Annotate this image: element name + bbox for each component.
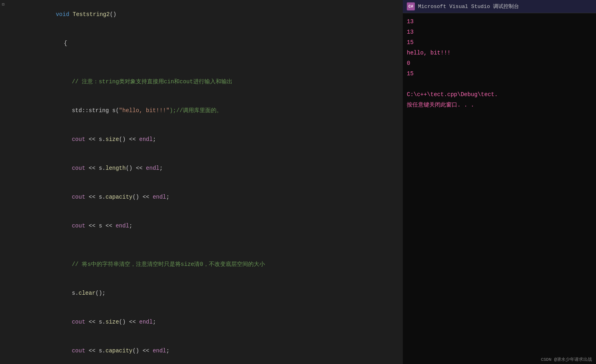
code-line-11: // 将s中的字符串清空，注意清空时只是将size清0，不改变底层空间的大小 <box>0 250 403 279</box>
line-content-7: cout << s.length() << endl; <box>43 154 403 183</box>
terminal-title: Microsoft Visual Studio 调试控制台 <box>418 3 519 10</box>
line-content-4: // 注意：string类对象支持直接用cin和cout进行输入和输出 <box>43 67 403 96</box>
line-content-3 <box>27 58 403 67</box>
terminal-line-5: 0 <box>407 58 592 68</box>
code-line-9: cout << s << endl; <box>0 211 403 240</box>
terminal-line-3: 15 <box>407 37 592 48</box>
line-content-2: { <box>35 29 403 58</box>
code-line-14: cout << s.capacity() << endl; <box>0 336 403 364</box>
line-content-12: s.clear(); <box>43 279 403 308</box>
line-content-6: cout << s.size() << endl; <box>43 125 403 154</box>
code-line-4: // 注意：string类对象支持直接用cin和cout进行输入和输出 <box>0 67 403 96</box>
terminal-header: C# Microsoft Visual Studio 调试控制台 <box>403 0 596 13</box>
code-line-8: cout << s.capacity() << endl; <box>0 183 403 211</box>
code-line-3 <box>0 58 403 67</box>
terminal-panel: C# Microsoft Visual Studio 调试控制台 13 13 1… <box>403 0 596 364</box>
collapse-btn-1[interactable]: ⊟ <box>2 0 4 10</box>
terminal-line-1: 13 <box>407 16 592 27</box>
left-margin-1: ⊟ <box>0 0 7 10</box>
code-line-6: cout << s.size() << endl; <box>0 125 403 154</box>
code-line-1: ⊟ void Teststring2() <box>0 0 403 29</box>
terminal-footer: CSDN @潜水少年请求出战 <box>403 355 596 364</box>
code-line-13: cout << s.size() << endl; <box>0 308 403 336</box>
code-line-10 <box>0 240 403 250</box>
terminal-line-6: 15 <box>407 68 592 79</box>
line-content-5: std::string s("hello, bit!!!");//调用库里面的。 <box>43 96 403 125</box>
terminal-body: 13 13 15 hello, bit!!! 0 15 C:\c++\tect.… <box>403 13 596 355</box>
line-content-14: cout << s.capacity() << endl; <box>43 336 403 364</box>
terminal-line-4: hello, bit!!! <box>407 48 592 58</box>
code-line-7: cout << s.length() << endl; <box>0 154 403 183</box>
code-line-5: std::string s("hello, bit!!!");//调用库里面的。 <box>0 96 403 125</box>
line-content-8: cout << s.capacity() << endl; <box>43 183 403 211</box>
line-content-9: cout << s << endl; <box>43 211 403 240</box>
line-content-10 <box>27 240 403 250</box>
line-content-1: void Teststring2() <box>27 0 403 29</box>
code-area: ⊟ void Teststring2() { <box>0 0 403 364</box>
line-content-11: // 将s中的字符串清空，注意清空时只是将size清0，不改变底层空间的大小 <box>43 250 403 279</box>
terminal-line-9: 按任意键关闭此窗口. . . <box>407 100 592 110</box>
terminal-line-8: C:\c++\tect.cpp\Debug\tect. <box>407 89 592 100</box>
cs-icon: C# <box>407 2 415 10</box>
code-line-2: { <box>0 29 403 58</box>
line-content-13: cout << s.size() << endl; <box>43 308 403 336</box>
code-line-12: s.clear(); <box>0 279 403 308</box>
code-editor[interactable]: ⊟ void Teststring2() { <box>0 0 403 364</box>
terminal-line-7 <box>407 79 592 89</box>
terminal-line-2: 13 <box>407 27 592 37</box>
